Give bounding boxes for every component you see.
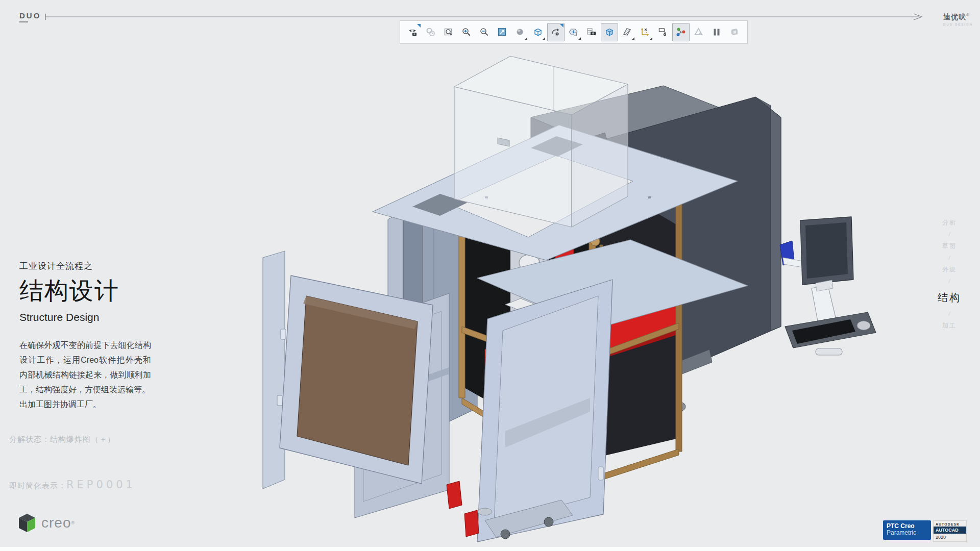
appearances-button[interactable] xyxy=(565,23,582,41)
creo-cube-icon xyxy=(18,513,36,533)
software-badges: PTC Creo Parametric AUTODESK AUTOCAD 202… xyxy=(883,520,967,542)
company-logo-tagline: DUO DESIGN xyxy=(943,23,973,26)
process-nav-separator: / xyxy=(949,279,950,284)
reorient-button[interactable] xyxy=(547,23,565,41)
ptc-badge-line2: Parametric xyxy=(887,530,927,536)
refit-button[interactable] xyxy=(440,23,457,41)
process-nav-item-sketch[interactable]: 草图 xyxy=(942,242,957,251)
registered-mark: ® xyxy=(966,13,969,17)
hero-paragraph-2: 出加工图并协调工厂。 xyxy=(19,397,151,412)
monitor-arm-assembly xyxy=(780,217,876,355)
page-title: 结构设计 xyxy=(19,275,157,307)
display-style-icon xyxy=(533,27,543,37)
front-door-brown xyxy=(277,276,433,484)
graphics-toolbar xyxy=(400,20,748,44)
shade-button[interactable] xyxy=(511,23,529,41)
saved-views-button[interactable] xyxy=(404,23,422,41)
appearances-icon xyxy=(569,27,579,37)
display-style-button[interactable] xyxy=(529,23,547,41)
simulate-icon xyxy=(694,27,704,37)
thin-side-strip xyxy=(263,251,285,489)
creo-logo: creo® xyxy=(18,513,75,533)
repaint-icon xyxy=(497,27,507,37)
process-nav-item-manufacture[interactable]: 加工 xyxy=(942,321,957,330)
zoom-in-icon xyxy=(461,27,472,37)
pause-button[interactable] xyxy=(708,23,725,41)
company-logo: 迪优吠® DUO DESIGN xyxy=(943,12,973,26)
autocad-year: 2020 xyxy=(934,534,966,541)
autocad-label: AUTOCAD xyxy=(934,527,966,534)
simulate-button[interactable] xyxy=(690,23,707,41)
duo-logo-text: DUO xyxy=(19,11,41,20)
duo-logo: DUO xyxy=(19,11,41,22)
transparent-display-icon xyxy=(604,27,615,37)
annotation-display-icon xyxy=(658,27,668,37)
hero-paragraph: 在确保外观不变的前提下去细化结构设计工作，运用Creo软件把外壳和内部机械结构链… xyxy=(19,338,151,397)
refit-icon xyxy=(444,27,454,37)
datum-display-icon xyxy=(640,27,650,37)
3d-model-viewport[interactable] xyxy=(219,43,888,548)
transparent-cover xyxy=(454,56,628,227)
duo-logo-underline xyxy=(19,21,28,22)
render-scene-icon xyxy=(586,27,597,37)
section-button[interactable] xyxy=(619,23,636,41)
regenerate-button[interactable] xyxy=(422,23,439,41)
simplified-rep-line: 即时简化表示：REP0001 xyxy=(9,479,136,491)
process-nav-item-appearance[interactable]: 外观 xyxy=(942,265,957,274)
page-subtitle: Structure Design xyxy=(19,311,157,323)
3d-dragger-button[interactable] xyxy=(726,23,743,41)
regenerate-icon xyxy=(426,27,436,37)
repaint-button[interactable] xyxy=(494,23,511,41)
render-scene-button[interactable] xyxy=(583,23,600,41)
reorient-icon xyxy=(551,27,561,37)
company-logo-text: 迪优吠 xyxy=(943,13,966,21)
hero-text-block: 工业设计全流程之 结构设计 Structure Design 在确保外观不变的前… xyxy=(19,260,157,412)
process-nav: 分析 / 草图 / 外观 / 结构 / 加工 xyxy=(930,218,969,330)
explode-view-button[interactable] xyxy=(672,23,690,41)
saved-views-icon xyxy=(408,27,418,37)
timeline-arrow xyxy=(44,13,930,21)
pause-icon xyxy=(712,27,722,37)
autodesk-label: AUTODESK xyxy=(934,521,966,527)
explode-state-label: 分解状态：结构爆炸图（＋） xyxy=(9,435,115,444)
simplified-rep-value: REP0001 xyxy=(66,479,136,491)
exploded-machine-model xyxy=(263,56,876,542)
section-icon xyxy=(622,27,632,37)
process-nav-item-analysis[interactable]: 分析 xyxy=(942,218,957,227)
3d-dragger-icon xyxy=(729,27,740,37)
zoom-out-icon xyxy=(479,27,489,37)
hero-kicker: 工业设计全流程之 xyxy=(19,260,157,272)
zoom-out-button[interactable] xyxy=(476,23,493,41)
creo-logo-text: creo xyxy=(41,515,71,531)
front-door-clear xyxy=(477,280,612,542)
process-nav-separator: / xyxy=(949,255,950,261)
process-nav-item-structure[interactable]: 结构 xyxy=(938,291,961,305)
simplified-rep-label: 即时简化表示： xyxy=(9,481,66,490)
datum-display-button[interactable] xyxy=(636,23,654,41)
autocad-badge: AUTODESK AUTOCAD 2020 xyxy=(933,520,967,542)
bottom-strip xyxy=(0,547,980,551)
process-nav-separator: / xyxy=(949,232,950,237)
creo-registered-mark: ® xyxy=(71,520,75,525)
ptc-creo-badge: PTC Creo Parametric xyxy=(883,520,931,540)
zoom-in-button[interactable] xyxy=(458,23,475,41)
annotation-display-button[interactable] xyxy=(654,23,672,41)
transparent-display-button[interactable] xyxy=(601,23,618,41)
explode-view-icon xyxy=(676,27,686,37)
shade-icon xyxy=(515,27,525,37)
process-nav-separator: / xyxy=(949,311,950,317)
